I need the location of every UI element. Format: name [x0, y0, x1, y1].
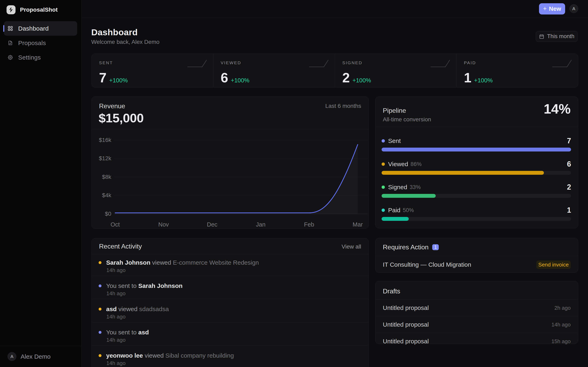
svg-text:$8k: $8k	[102, 174, 112, 180]
svg-text:Feb: Feb	[304, 221, 314, 228]
svg-text:$12k: $12k	[99, 155, 112, 161]
svg-text:$4k: $4k	[102, 192, 112, 198]
svg-text:$0: $0	[105, 211, 111, 217]
svg-text:Oct: Oct	[111, 221, 120, 228]
svg-text:Nov: Nov	[158, 221, 169, 228]
svg-text:$16k: $16k	[99, 137, 112, 143]
svg-text:Jan: Jan	[256, 221, 266, 228]
svg-text:Mar: Mar	[353, 221, 363, 228]
svg-text:Dec: Dec	[207, 221, 217, 228]
